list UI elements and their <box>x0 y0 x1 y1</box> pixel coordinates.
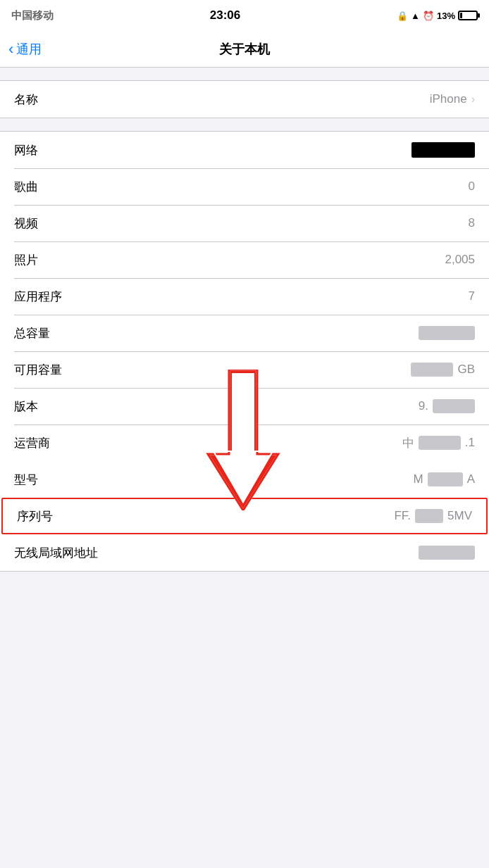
serial-value: FF. 5MV <box>394 509 472 523</box>
available-row: 可用容量 GB <box>0 351 489 388</box>
name-row[interactable]: 名称 iPhone › <box>0 81 489 118</box>
serial-partial1: FF. <box>394 509 411 523</box>
serial-row: 序列号 FF. 5MV <box>1 498 488 534</box>
carrier-label: 中国移动 <box>11 9 54 23</box>
model-partial: M <box>413 472 423 486</box>
capacity-value <box>419 326 475 340</box>
carrier-partial2: .1 <box>465 436 475 450</box>
model-blurred <box>428 472 463 486</box>
version-label: 版本 <box>14 398 38 415</box>
version-blurred <box>433 399 475 413</box>
available-blurred <box>411 363 453 377</box>
apps-value: 7 <box>469 289 475 303</box>
network-row: 网络 <box>0 132 489 168</box>
capacity-label: 总容量 <box>14 325 50 341</box>
songs-label: 歌曲 <box>14 179 38 195</box>
capacity-row: 总容量 <box>0 315 489 351</box>
nav-bar: ‹ 通用 关于本机 <box>0 31 489 68</box>
photos-value: 2,005 <box>445 253 475 267</box>
wifi-row: 无线局域网地址 <box>0 534 489 571</box>
apps-row: 应用程序 7 <box>0 278 489 315</box>
photos-row: 照片 2,005 <box>0 241 489 278</box>
wifi-blurred <box>419 546 475 560</box>
model-label: 型号 <box>14 472 38 488</box>
apps-label: 应用程序 <box>14 289 62 305</box>
status-icons: 🔒 ▲ ⏰ 13% <box>397 11 478 21</box>
serial-blurred <box>415 509 443 523</box>
name-value: iPhone › <box>430 92 475 106</box>
network-redacted <box>411 142 475 158</box>
network-label: 网络 <box>14 142 38 158</box>
location-icon: ▲ <box>411 11 420 21</box>
songs-value: 0 <box>469 180 475 194</box>
name-section: 名称 iPhone › <box>0 80 489 118</box>
network-value <box>411 142 475 158</box>
available-value: GB <box>411 363 475 377</box>
available-label: 可用容量 <box>14 362 62 378</box>
model-value: M A <box>413 472 475 486</box>
serial-partial2: 5MV <box>447 509 472 523</box>
videos-label: 视频 <box>14 215 38 232</box>
version-partial: 9. <box>419 399 428 413</box>
version-row: 版本 9. <box>0 388 489 424</box>
carrier-label: 运营商 <box>14 435 50 451</box>
name-label: 名称 <box>14 92 38 108</box>
name-text: iPhone <box>430 92 467 106</box>
wifi-value <box>419 546 475 560</box>
carrier-row: 运营商 中 .1 <box>0 424 489 461</box>
version-value: 9. <box>419 399 475 413</box>
available-unit: GB <box>457 363 475 377</box>
back-button[interactable]: ‹ 通用 <box>8 41 42 58</box>
photos-label: 照片 <box>14 252 38 268</box>
status-bar: 中国移动 23:06 🔒 ▲ ⏰ 13% <box>0 0 489 31</box>
songs-row: 歌曲 0 <box>0 168 489 205</box>
capacity-blurred <box>419 326 475 340</box>
back-arrow-icon: ‹ <box>8 42 13 57</box>
battery-icon <box>458 11 478 20</box>
page-title: 关于本机 <box>219 41 270 58</box>
carrier-partial: 中 <box>402 435 414 451</box>
wifi-label: 无线局域网地址 <box>14 545 98 561</box>
videos-value: 8 <box>469 216 475 230</box>
alarm-icon: ⏰ <box>423 11 434 21</box>
carrier-value: 中 .1 <box>402 435 475 451</box>
model-row: 型号 M A <box>0 461 489 498</box>
carrier-blurred <box>419 436 461 450</box>
serial-label: 序列号 <box>17 508 53 524</box>
time-label: 23:06 <box>210 8 240 23</box>
model-container: 型号 M A <box>0 461 489 498</box>
battery-percent: 13% <box>437 11 455 21</box>
chevron-icon: › <box>471 93 475 106</box>
back-label: 通用 <box>16 41 42 58</box>
content: 名称 iPhone › 网络 歌曲 0 视频 8 照片 <box>0 68 489 572</box>
lock-icon: 🔒 <box>397 11 408 21</box>
info-section: 网络 歌曲 0 视频 8 照片 2,005 应用程序 7 总容量 <box>0 131 489 572</box>
model-letter: A <box>467 472 475 486</box>
videos-row: 视频 8 <box>0 205 489 241</box>
